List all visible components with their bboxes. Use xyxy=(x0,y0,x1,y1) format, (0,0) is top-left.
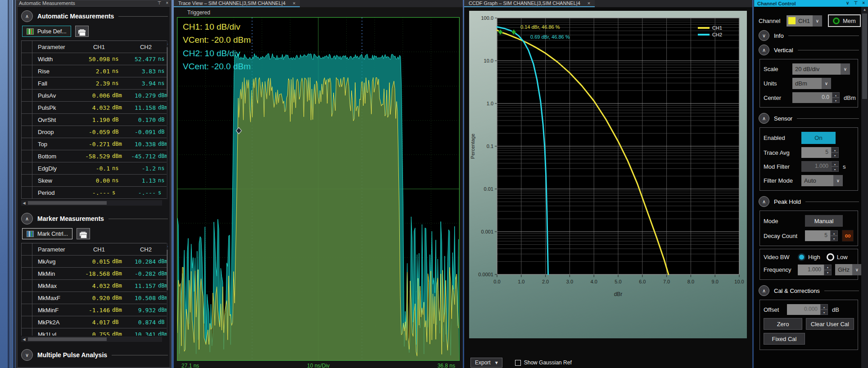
table-row[interactable]: PulsAv0.006dBm10.279dBm xyxy=(21,90,167,102)
fixed-cal-button[interactable]: Fixed Cal xyxy=(764,333,805,345)
decay-count-stepper[interactable]: 5 ▴▾ xyxy=(805,230,838,241)
table-row[interactable]: Droop-0.059dB-0.091dB xyxy=(21,126,167,138)
zero-button[interactable]: Zero xyxy=(764,318,802,330)
collapse-button[interactable]: ∧ xyxy=(759,113,769,124)
scrollbar-thumb[interactable] xyxy=(28,337,107,341)
table-row[interactable]: MkPk2A4.017dB0.874dB xyxy=(21,316,167,328)
close-icon[interactable]: × xyxy=(862,0,865,5)
chevron-down-icon[interactable]: ∨ xyxy=(852,264,861,275)
collapse-button[interactable]: ∧ xyxy=(759,45,769,55)
table-row[interactable]: MkMinF-1.146dBm9.932dBm xyxy=(21,304,167,316)
table-row[interactable]: PulsPk4.032dBm11.158dBm xyxy=(21,102,167,114)
spin-up-icon[interactable]: ▴ xyxy=(832,92,840,98)
frequency-stepper[interactable]: 1.000 ▴▾ xyxy=(798,265,832,275)
mem-button[interactable]: Mem xyxy=(828,14,861,27)
expand-button[interactable]: ∨ xyxy=(21,349,33,361)
horizontal-scrollbar[interactable]: ◀ xyxy=(21,337,162,342)
spin-up-icon[interactable]: ▴ xyxy=(831,161,839,166)
spin-down-icon[interactable]: ▾ xyxy=(832,98,840,103)
scrollbar-thumb[interactable] xyxy=(167,250,168,290)
spin-down-icon[interactable]: ▾ xyxy=(820,310,828,315)
window-titlebar[interactable]: Automatic Measurements ⊤ × xyxy=(16,0,171,6)
mode-button[interactable]: Manual xyxy=(805,215,843,227)
horizontal-scrollbar[interactable]: ◀ xyxy=(21,200,162,206)
table-row[interactable]: MkAvg0.015dBm10.284dBm xyxy=(21,256,167,268)
export-button[interactable]: Export ▾ xyxy=(470,358,502,368)
spin-up-icon[interactable]: ▴ xyxy=(820,304,828,310)
spin-up-icon[interactable]: ▴ xyxy=(831,147,839,153)
pulse-def-button[interactable]: Pulse Def... xyxy=(22,26,71,37)
spin-down-icon[interactable]: ▾ xyxy=(830,236,838,241)
table-row[interactable]: EdgDly-0.1ns-1.2ns xyxy=(21,162,167,175)
offset-stepper[interactable]: 0.000 ▴▾ xyxy=(787,304,828,315)
channel-select[interactable]: CH1 ∨ xyxy=(787,15,822,27)
chevron-down-icon[interactable]: ∨ xyxy=(846,0,849,5)
table-row[interactable]: OvrSht1.190dB0.170dB xyxy=(21,114,167,126)
scroll-up-icon[interactable]: ▲ xyxy=(167,40,168,46)
video-bw-low-radio[interactable] xyxy=(827,253,834,261)
mod-filter-stepper[interactable]: 1.000 ▴▾ xyxy=(801,161,839,172)
chevron-down-icon[interactable]: ∨ xyxy=(841,63,850,75)
collapse-button[interactable]: ∧ xyxy=(759,285,769,296)
svg-text:0.01: 0.01 xyxy=(484,186,493,192)
collapse-button[interactable]: ∧ xyxy=(759,196,769,207)
collapse-button[interactable]: ∧ xyxy=(21,213,33,224)
print-button[interactable] xyxy=(77,228,90,239)
table-row[interactable]: MkMaxF0.920dBm10.508dBm xyxy=(21,292,167,304)
mark-cntrl-button[interactable]: Mark Cntrl... xyxy=(22,228,72,239)
table-row[interactable]: Top-0.271dBm10.338dBm xyxy=(21,138,167,150)
table-row[interactable]: Period-.---s-.---s xyxy=(21,187,167,199)
panel-scrollbar[interactable]: ▲ xyxy=(861,7,868,368)
collapse-button[interactable]: ∧ xyxy=(21,10,33,22)
table-row[interactable]: Skew0.00ns1.13ns xyxy=(21,175,167,187)
scrollbar-thumb[interactable] xyxy=(862,13,867,99)
scroll-up-icon[interactable]: ▲ xyxy=(863,7,867,13)
video-bw-high-radio[interactable] xyxy=(798,253,805,261)
chevron-down-icon[interactable]: ∨ xyxy=(822,78,831,89)
infinity-button[interactable]: ∞ xyxy=(842,230,854,242)
units-select[interactable]: dBm ∨ xyxy=(792,78,831,89)
spin-down-icon[interactable]: ▾ xyxy=(831,166,839,172)
trace-avg-stepper[interactable]: 5 ▴▾ xyxy=(801,147,839,158)
ccdf-chart[interactable]: 100.010.01.00.10.010.0010.00010.01.02.03… xyxy=(469,11,747,338)
spin-down-icon[interactable]: ▾ xyxy=(824,270,832,275)
table-row[interactable]: MkMax4.032dBm11.157dBm xyxy=(21,280,167,292)
table-row[interactable]: Rise2.01ns3.83ns xyxy=(21,65,167,77)
table-row[interactable]: MkMin-18.568dBm-0.282dBm xyxy=(21,268,167,280)
print-button[interactable] xyxy=(75,26,89,37)
close-icon[interactable]: × xyxy=(588,0,590,6)
checkbox-icon[interactable] xyxy=(515,360,521,366)
scroll-left-icon[interactable]: ◀ xyxy=(21,337,27,341)
table-row[interactable]: Mk1Lvl0.755dBm10.341dBm xyxy=(21,328,167,336)
enabled-toggle[interactable]: On xyxy=(801,132,836,144)
spin-down-icon[interactable]: ▾ xyxy=(831,153,839,158)
scale-select[interactable]: 20 dB/div ∨ xyxy=(792,63,850,75)
spin-up-icon[interactable]: ▴ xyxy=(830,230,838,236)
center-stepper[interactable]: 0.0 ▴▾ xyxy=(792,92,840,103)
filter-mode-select[interactable]: Auto ∨ xyxy=(801,175,843,186)
window-titlebar[interactable]: Channel Control ∨ ⊤ × xyxy=(754,0,868,7)
scroll-up-icon[interactable]: ▲ xyxy=(167,243,168,249)
scrollbar-thumb[interactable] xyxy=(28,201,107,205)
table-row[interactable]: Bottom-58.529dBm-45.712dBm xyxy=(21,150,167,162)
scrollbar-thumb[interactable] xyxy=(167,47,168,97)
tab-trace-view[interactable]: Trace View – SIM CHANNEL|3,SIM CHANNEL|4… xyxy=(174,0,300,7)
close-icon[interactable]: × xyxy=(166,0,168,5)
expand-button[interactable]: ∨ xyxy=(759,30,769,41)
close-icon[interactable]: × xyxy=(293,0,295,6)
tab-ccdf-graph[interactable]: CCDF Graph – SIM CHANNEL|3,SIM CHANNEL|4… xyxy=(464,0,595,7)
vertical-scrollbar[interactable]: ▲ xyxy=(167,40,168,199)
pin-icon[interactable]: ⊤ xyxy=(854,0,858,5)
vertical-scrollbar[interactable]: ▲ xyxy=(167,243,168,336)
chevron-down-icon[interactable]: ∨ xyxy=(833,175,843,186)
table-row[interactable]: Width50.098ns52.477ns xyxy=(21,53,167,65)
trace-plot[interactable]: CH1: 10 dB/div VCent: -20.0 dBm CH2: 10 … xyxy=(177,17,460,361)
pin-icon[interactable]: ⊤ xyxy=(157,0,161,5)
scroll-left-icon[interactable]: ◀ xyxy=(21,201,27,205)
gaussian-ref-checkbox[interactable]: Show Gaussian Ref xyxy=(515,359,572,366)
clear-user-cal-button[interactable]: Clear User Cal xyxy=(806,318,854,330)
chevron-down-icon[interactable]: ∨ xyxy=(813,15,822,27)
table-row[interactable]: Fall2.39ns3.94ns xyxy=(21,77,167,90)
frequency-unit-select[interactable]: GHz ∨ xyxy=(835,264,861,275)
spin-up-icon[interactable]: ▴ xyxy=(824,265,832,270)
